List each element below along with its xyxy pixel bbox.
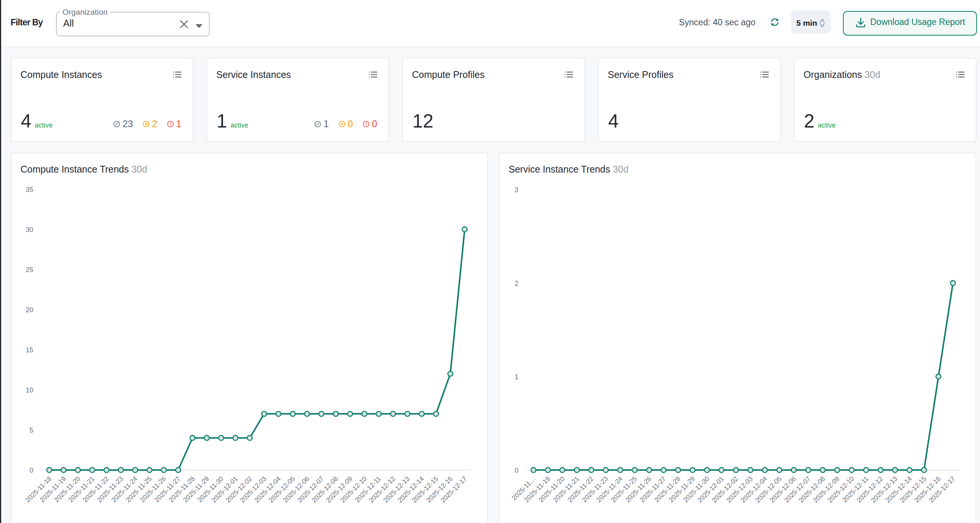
svg-text:5: 5 (30, 426, 33, 434)
svg-text:30: 30 (26, 226, 33, 233)
svg-text:0: 0 (30, 467, 33, 474)
svg-text:1: 1 (515, 373, 519, 381)
svg-text:25: 25 (26, 266, 33, 274)
svg-text:20: 20 (26, 306, 33, 314)
svg-text:10: 10 (26, 387, 33, 394)
svg-text:0: 0 (515, 467, 519, 474)
svg-text:2: 2 (515, 280, 519, 287)
svg-text:3: 3 (515, 186, 519, 194)
svg-text:15: 15 (26, 346, 33, 354)
svg-text:35: 35 (26, 186, 33, 193)
